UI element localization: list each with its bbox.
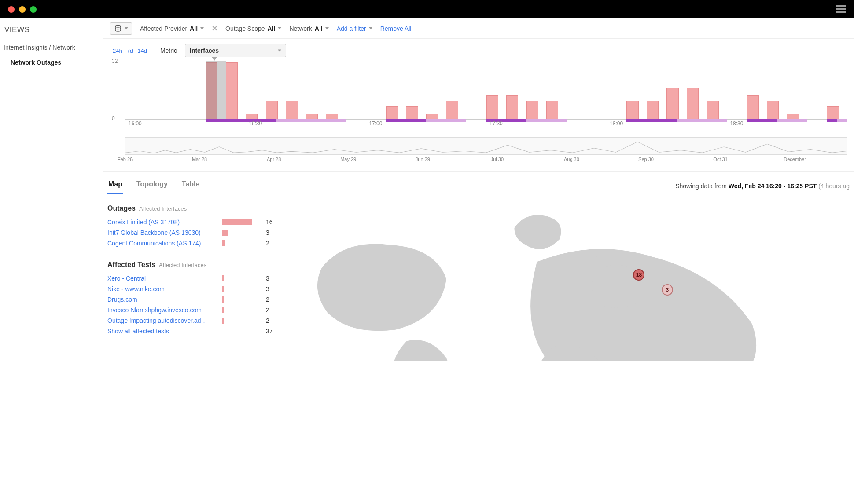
metric-label: Metric bbox=[160, 47, 177, 54]
maximize-window-button[interactable] bbox=[30, 6, 37, 13]
row-name-link[interactable]: Xero - Central bbox=[107, 275, 217, 282]
filter-value: All bbox=[190, 25, 198, 32]
row-bar-cell bbox=[222, 219, 261, 225]
datasource-button[interactable] bbox=[110, 22, 132, 35]
row-value: 2 bbox=[266, 317, 283, 324]
filter-affected-provider[interactable]: Affected Provider All bbox=[140, 25, 204, 32]
metric-select[interactable]: Interfaces bbox=[185, 44, 286, 57]
tab-map[interactable]: Map bbox=[107, 178, 123, 194]
row-bar bbox=[222, 318, 224, 324]
list-row: Init7 Global Backbone (AS 13030)3 bbox=[107, 227, 283, 238]
chart-bar[interactable] bbox=[827, 106, 839, 119]
chart-bar[interactable] bbox=[446, 101, 458, 119]
chart-bar[interactable] bbox=[526, 101, 538, 119]
map-pin[interactable]: 3 bbox=[662, 284, 673, 296]
metric-value: Interfaces bbox=[190, 47, 219, 54]
row-bar bbox=[222, 219, 252, 225]
chart-bar[interactable] bbox=[386, 106, 398, 119]
svg-point-0 bbox=[115, 25, 121, 27]
row-bar-cell bbox=[222, 275, 261, 281]
x-axis-tick: 16:30 bbox=[249, 121, 262, 127]
chart-bar[interactable] bbox=[626, 101, 638, 119]
chart-bar[interactable] bbox=[767, 101, 779, 119]
show-all-tests-row: Show all affected tests 37 bbox=[107, 326, 283, 336]
chart-bar[interactable] bbox=[286, 101, 298, 119]
row-bar-cell bbox=[222, 318, 261, 324]
x-axis: 16:0016:3017:0017:3018:0018:30 bbox=[125, 121, 847, 129]
range-14d[interactable]: 14d bbox=[137, 47, 147, 54]
list-row: Coreix Limited (AS 31708)16 bbox=[107, 217, 283, 227]
tab-table[interactable]: Table bbox=[181, 178, 201, 194]
chart-bar[interactable] bbox=[707, 101, 718, 119]
overview-sparkline[interactable] bbox=[125, 137, 847, 155]
chart-bar[interactable] bbox=[486, 95, 498, 119]
y-axis-tick: 32 bbox=[112, 58, 118, 64]
filter-network[interactable]: Network All bbox=[289, 25, 328, 32]
list-row: Cogent Communications (AS 174)2 bbox=[107, 238, 283, 248]
remove-all-filters-button[interactable]: Remove All bbox=[380, 25, 412, 32]
row-bar bbox=[222, 307, 224, 313]
row-value: 2 bbox=[266, 240, 283, 247]
overview-axis-tick: May 29 bbox=[340, 157, 356, 162]
world-map[interactable]: 183 bbox=[288, 194, 854, 361]
row-bar bbox=[222, 275, 224, 281]
show-all-tests-link[interactable]: Show all affected tests bbox=[107, 328, 217, 335]
time-range-links: 24h 7d 14d bbox=[113, 47, 147, 54]
row-value: 2 bbox=[266, 307, 283, 314]
chart-bar[interactable] bbox=[426, 114, 438, 119]
heading-text: Outages bbox=[107, 205, 136, 212]
row-name-link[interactable]: Coreix Limited (AS 31708) bbox=[107, 219, 217, 226]
row-name-link[interactable]: Invesco Nlamshphgw.invesco.com bbox=[107, 307, 217, 314]
chart-bar[interactable] bbox=[306, 114, 318, 119]
row-name-link[interactable]: Nike - www.nike.com bbox=[107, 285, 217, 292]
chart-selection[interactable] bbox=[206, 61, 226, 119]
tab-topology[interactable]: Topology bbox=[136, 178, 169, 194]
chart-bar[interactable] bbox=[246, 114, 258, 119]
y-axis-tick: 0 bbox=[112, 115, 115, 121]
row-name-link[interactable]: Init7 Global Backbone (AS 13030) bbox=[107, 229, 217, 236]
outage-bar-chart[interactable]: 32 0 16:0016:3017:0017:3018:0018:30 bbox=[122, 60, 847, 135]
outages-heading: Outages Affected Interfaces bbox=[107, 202, 283, 217]
x-axis-tick: 16:00 bbox=[129, 121, 142, 127]
chart-bar[interactable] bbox=[666, 88, 678, 119]
row-bar-cell bbox=[222, 286, 261, 292]
details-pane: Outages Affected Interfaces Coreix Limit… bbox=[103, 194, 288, 361]
breadcrumb[interactable]: Internet Insights / Network bbox=[0, 40, 103, 55]
list-row: Drugs.com2 bbox=[107, 294, 283, 305]
x-axis-tick: 17:30 bbox=[490, 121, 503, 127]
view-tabs: Map Topology Table bbox=[107, 178, 200, 194]
chart-bar[interactable] bbox=[787, 114, 799, 119]
chart-bar[interactable] bbox=[226, 62, 238, 119]
range-7d[interactable]: 7d bbox=[127, 47, 133, 54]
chart-bar[interactable] bbox=[406, 106, 418, 119]
sidebar-item-network-outages[interactable]: Network Outages bbox=[0, 55, 103, 70]
add-filter-button[interactable]: Add a filter bbox=[337, 25, 372, 32]
row-name-link[interactable]: Outage Impacting autodiscover.ad… bbox=[107, 317, 217, 324]
row-name-link[interactable]: Cogent Communications (AS 174) bbox=[107, 240, 217, 247]
row-bar-cell bbox=[222, 230, 261, 236]
chart-bar[interactable] bbox=[266, 101, 278, 119]
chart-bar[interactable] bbox=[506, 95, 518, 119]
chart-bar[interactable] bbox=[546, 101, 558, 119]
overview-axis-tick: Feb 26 bbox=[118, 157, 133, 162]
filter-label: Network bbox=[289, 25, 312, 32]
overview-axis-tick: December bbox=[784, 157, 806, 162]
range-24h[interactable]: 24h bbox=[113, 47, 122, 54]
close-window-button[interactable] bbox=[8, 6, 15, 13]
filter-outage-scope[interactable]: Outage Scope All bbox=[225, 25, 281, 32]
filter-label: Affected Provider bbox=[140, 25, 187, 32]
list-row: Nike - www.nike.com3 bbox=[107, 284, 283, 294]
menu-icon[interactable] bbox=[836, 5, 846, 13]
row-bar-cell bbox=[222, 307, 261, 313]
chart-bar[interactable] bbox=[647, 101, 659, 119]
overview-axis-tick: Jun 29 bbox=[416, 157, 430, 162]
overview-axis-tick: Sep 30 bbox=[638, 157, 654, 162]
chart-bar[interactable] bbox=[326, 114, 338, 119]
overview-axis-tick: Jul 30 bbox=[491, 157, 504, 162]
chart-bar[interactable] bbox=[687, 88, 699, 119]
chart-bar[interactable] bbox=[747, 95, 758, 119]
row-name-link[interactable]: Drugs.com bbox=[107, 296, 217, 303]
list-row: Outage Impacting autodiscover.ad…2 bbox=[107, 315, 283, 326]
minimize-window-button[interactable] bbox=[19, 6, 26, 13]
remove-filter-icon[interactable]: ✕ bbox=[212, 24, 217, 33]
